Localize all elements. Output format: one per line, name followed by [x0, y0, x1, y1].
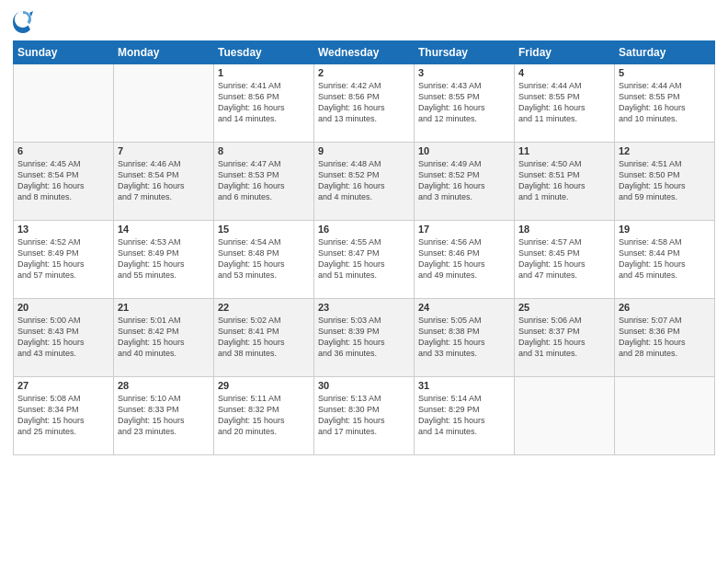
week-row-3: 13Sunrise: 4:52 AM Sunset: 8:49 PM Dayli… [14, 221, 715, 299]
day-info: Sunrise: 5:03 AM Sunset: 8:39 PM Dayligh… [318, 315, 410, 360]
day-number: 6 [17, 145, 109, 156]
logo-icon [13, 9, 33, 35]
day-number: 30 [318, 380, 410, 391]
calendar-cell: 28Sunrise: 5:10 AM Sunset: 8:33 PM Dayli… [114, 377, 214, 455]
day-number: 23 [318, 302, 410, 313]
week-row-2: 6Sunrise: 4:45 AM Sunset: 8:54 PM Daylig… [14, 143, 715, 221]
days-header-row: SundayMondayTuesdayWednesdayThursdayFrid… [14, 41, 715, 64]
day-header-sunday: Sunday [14, 41, 114, 64]
day-info: Sunrise: 4:48 AM Sunset: 8:52 PM Dayligh… [318, 158, 410, 203]
day-info: Sunrise: 5:06 AM Sunset: 8:37 PM Dayligh… [518, 315, 610, 360]
day-number: 13 [17, 224, 109, 235]
calendar-cell: 5Sunrise: 4:44 AM Sunset: 8:55 PM Daylig… [615, 64, 715, 143]
calendar-cell: 15Sunrise: 4:54 AM Sunset: 8:48 PM Dayli… [214, 221, 314, 299]
calendar-cell: 27Sunrise: 5:08 AM Sunset: 8:34 PM Dayli… [14, 377, 114, 455]
day-header-thursday: Thursday [415, 41, 515, 64]
calendar-cell: 19Sunrise: 4:58 AM Sunset: 8:44 PM Dayli… [615, 221, 715, 299]
calendar-cell: 25Sunrise: 5:06 AM Sunset: 8:37 PM Dayli… [515, 299, 615, 377]
day-info: Sunrise: 5:01 AM Sunset: 8:42 PM Dayligh… [118, 315, 210, 360]
day-info: Sunrise: 5:02 AM Sunset: 8:41 PM Dayligh… [218, 315, 310, 360]
day-info: Sunrise: 4:41 AM Sunset: 8:56 PM Dayligh… [218, 80, 310, 125]
day-info: Sunrise: 5:00 AM Sunset: 8:43 PM Dayligh… [17, 315, 109, 360]
calendar-cell: 3Sunrise: 4:43 AM Sunset: 8:55 PM Daylig… [415, 64, 515, 143]
day-number: 28 [118, 380, 210, 391]
week-row-1: 1Sunrise: 4:41 AM Sunset: 8:56 PM Daylig… [14, 64, 715, 143]
day-number: 29 [218, 380, 310, 391]
calendar-cell: 30Sunrise: 5:13 AM Sunset: 8:30 PM Dayli… [314, 377, 415, 455]
calendar-cell: 11Sunrise: 4:50 AM Sunset: 8:51 PM Dayli… [515, 143, 615, 221]
calendar-cell: 12Sunrise: 4:51 AM Sunset: 8:50 PM Dayli… [615, 143, 715, 221]
day-info: Sunrise: 5:08 AM Sunset: 8:34 PM Dayligh… [17, 393, 109, 438]
calendar-cell: 9Sunrise: 4:48 AM Sunset: 8:52 PM Daylig… [314, 143, 415, 221]
calendar-cell: 18Sunrise: 4:57 AM Sunset: 8:45 PM Dayli… [515, 221, 615, 299]
day-number: 4 [518, 67, 610, 78]
calendar-cell: 23Sunrise: 5:03 AM Sunset: 8:39 PM Dayli… [314, 299, 415, 377]
calendar-cell: 16Sunrise: 4:55 AM Sunset: 8:47 PM Dayli… [314, 221, 415, 299]
calendar-cell: 13Sunrise: 4:52 AM Sunset: 8:49 PM Dayli… [14, 221, 114, 299]
calendar-cell [114, 64, 214, 143]
day-number: 24 [418, 302, 510, 313]
calendar-cell: 2Sunrise: 4:42 AM Sunset: 8:56 PM Daylig… [314, 64, 415, 143]
calendar-table: SundayMondayTuesdayWednesdayThursdayFrid… [13, 40, 715, 455]
day-info: Sunrise: 4:57 AM Sunset: 8:45 PM Dayligh… [518, 236, 610, 282]
calendar-cell: 7Sunrise: 4:46 AM Sunset: 8:54 PM Daylig… [114, 143, 214, 221]
day-number: 21 [118, 302, 210, 313]
day-info: Sunrise: 4:56 AM Sunset: 8:46 PM Dayligh… [418, 236, 510, 282]
calendar-cell: 10Sunrise: 4:49 AM Sunset: 8:52 PM Dayli… [415, 143, 515, 221]
day-number: 26 [619, 302, 711, 313]
day-number: 11 [518, 145, 610, 156]
day-number: 1 [218, 67, 310, 78]
day-number: 27 [17, 380, 109, 391]
week-row-5: 27Sunrise: 5:08 AM Sunset: 8:34 PM Dayli… [14, 377, 715, 455]
day-number: 7 [118, 145, 210, 156]
day-info: Sunrise: 4:53 AM Sunset: 8:49 PM Dayligh… [118, 236, 210, 282]
day-info: Sunrise: 4:50 AM Sunset: 8:51 PM Dayligh… [518, 158, 610, 203]
calendar-cell: 4Sunrise: 4:44 AM Sunset: 8:55 PM Daylig… [515, 64, 615, 143]
calendar-cell: 1Sunrise: 4:41 AM Sunset: 8:56 PM Daylig… [214, 64, 314, 143]
calendar-cell: 29Sunrise: 5:11 AM Sunset: 8:32 PM Dayli… [214, 377, 314, 455]
day-info: Sunrise: 4:51 AM Sunset: 8:50 PM Dayligh… [619, 158, 711, 203]
day-number: 12 [619, 145, 711, 156]
day-info: Sunrise: 4:55 AM Sunset: 8:47 PM Dayligh… [318, 236, 410, 282]
day-number: 15 [218, 224, 310, 235]
day-info: Sunrise: 4:44 AM Sunset: 8:55 PM Dayligh… [619, 80, 711, 125]
day-number: 17 [418, 224, 510, 235]
day-number: 19 [619, 224, 711, 235]
calendar-cell: 20Sunrise: 5:00 AM Sunset: 8:43 PM Dayli… [14, 299, 114, 377]
calendar-cell [14, 64, 114, 143]
day-info: Sunrise: 4:46 AM Sunset: 8:54 PM Dayligh… [118, 158, 210, 203]
day-info: Sunrise: 5:13 AM Sunset: 8:30 PM Dayligh… [318, 393, 410, 438]
calendar-cell: 8Sunrise: 4:47 AM Sunset: 8:53 PM Daylig… [214, 143, 314, 221]
calendar-cell: 26Sunrise: 5:07 AM Sunset: 8:36 PM Dayli… [615, 299, 715, 377]
day-number: 10 [418, 145, 510, 156]
calendar-cell: 31Sunrise: 5:14 AM Sunset: 8:29 PM Dayli… [415, 377, 515, 455]
calendar-cell: 6Sunrise: 4:45 AM Sunset: 8:54 PM Daylig… [14, 143, 114, 221]
day-info: Sunrise: 5:14 AM Sunset: 8:29 PM Dayligh… [418, 393, 510, 438]
day-info: Sunrise: 4:54 AM Sunset: 8:48 PM Dayligh… [218, 236, 310, 282]
day-number: 20 [17, 302, 109, 313]
calendar-cell [515, 377, 615, 455]
day-number: 8 [218, 145, 310, 156]
day-info: Sunrise: 4:44 AM Sunset: 8:55 PM Dayligh… [518, 80, 610, 125]
calendar-cell [615, 377, 715, 455]
day-number: 5 [619, 67, 711, 78]
calendar-page: SundayMondayTuesdayWednesdayThursdayFrid… [0, 0, 728, 563]
day-info: Sunrise: 5:05 AM Sunset: 8:38 PM Dayligh… [418, 315, 510, 360]
day-number: 25 [518, 302, 610, 313]
day-number: 14 [118, 224, 210, 235]
day-info: Sunrise: 4:45 AM Sunset: 8:54 PM Dayligh… [17, 158, 109, 203]
calendar-cell: 22Sunrise: 5:02 AM Sunset: 8:41 PM Dayli… [214, 299, 314, 377]
day-info: Sunrise: 4:52 AM Sunset: 8:49 PM Dayligh… [17, 236, 109, 282]
day-header-friday: Friday [515, 41, 615, 64]
day-info: Sunrise: 5:10 AM Sunset: 8:33 PM Dayligh… [118, 393, 210, 438]
day-header-tuesday: Tuesday [214, 41, 314, 64]
day-number: 18 [518, 224, 610, 235]
header [13, 9, 715, 35]
day-number: 2 [318, 67, 410, 78]
day-info: Sunrise: 4:58 AM Sunset: 8:44 PM Dayligh… [619, 236, 711, 282]
day-number: 9 [318, 145, 410, 156]
day-info: Sunrise: 5:07 AM Sunset: 8:36 PM Dayligh… [619, 315, 711, 360]
day-info: Sunrise: 4:43 AM Sunset: 8:55 PM Dayligh… [418, 80, 510, 125]
calendar-cell: 14Sunrise: 4:53 AM Sunset: 8:49 PM Dayli… [114, 221, 214, 299]
day-header-saturday: Saturday [615, 41, 715, 64]
